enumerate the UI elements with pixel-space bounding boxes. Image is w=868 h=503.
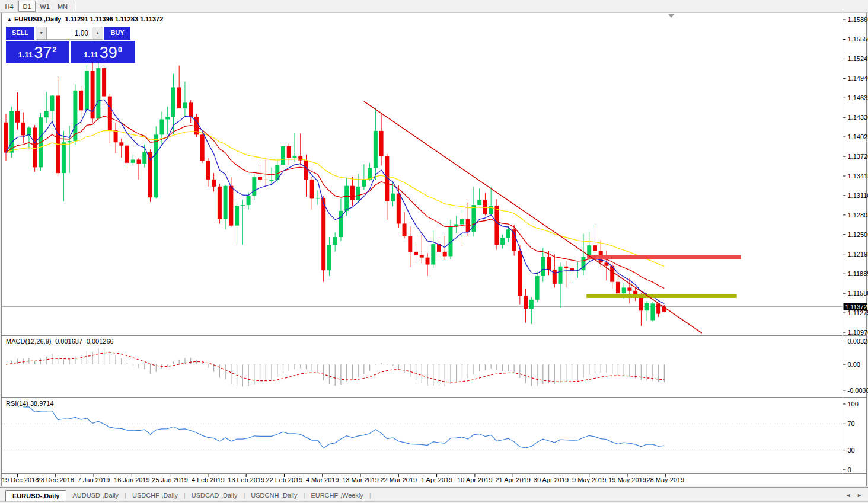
timeframe-d1-button[interactable]: D1 (18, 1, 36, 12)
ohlc-values: 1.11291 1.11396 1.11283 1.11372 (65, 15, 164, 23)
tab-scroll-right-icon[interactable]: ► (857, 492, 862, 498)
buy-button[interactable]: BUY (104, 27, 130, 40)
candle-body (333, 237, 337, 245)
candle-body (639, 298, 643, 311)
candle-body (114, 130, 118, 143)
candle-body (593, 245, 597, 251)
tab-eurchf-weekly[interactable]: EURCHF-,Weekly (305, 490, 369, 502)
price-tick-label: 1.12805 (848, 212, 868, 219)
candle-body (264, 180, 268, 180)
candle-body (489, 206, 493, 214)
date-tick-label: 19 May 2019 (608, 476, 646, 483)
candle-body (541, 257, 545, 276)
date-tick-label: 1 Apr 2019 (421, 476, 452, 483)
sell-price-big: 37 (34, 45, 52, 61)
candle-body (224, 186, 228, 219)
price-tick-label: 1.14330 (848, 114, 868, 121)
rsi-label: RSI(14) 38.9714 (6, 400, 54, 407)
candle-body (9, 111, 14, 152)
candle-body (235, 206, 239, 225)
candle-body (270, 180, 274, 181)
candle-body (616, 282, 620, 293)
candle-body (627, 287, 631, 290)
candle-body (344, 186, 349, 211)
price-tick-label: 1.13415 (848, 172, 868, 180)
candle-body (500, 238, 505, 245)
tab-usdcad-daily[interactable]: USDCAD-,Daily (186, 490, 244, 502)
candle-body (212, 180, 216, 187)
candle-body (645, 303, 649, 310)
candle-body (85, 71, 89, 110)
tab-usdcnh-daily[interactable]: USDCNH-,Daily (245, 490, 303, 502)
rsi-tick-label: 0 (848, 466, 851, 473)
candle-body (420, 255, 424, 257)
candle-body (356, 187, 360, 200)
tab-scroll-left-icon[interactable]: ◄ (845, 492, 851, 498)
candle-body (142, 152, 146, 164)
tab-eurusd-daily[interactable]: EURUSD-,Daily (5, 490, 66, 502)
candle-body (131, 159, 135, 162)
candle-body (477, 200, 481, 205)
price-tick-label: 1.10970 (848, 329, 868, 336)
price-tick-label: 1.14940 (848, 75, 868, 82)
sell-price-box[interactable]: 1.11372 (6, 41, 69, 63)
timeframe-mn-button[interactable]: MN (54, 1, 71, 12)
price-tick-label: 1.12195 (848, 251, 868, 258)
candle-body (241, 205, 245, 206)
date-tick-label: 30 Apr 2019 (534, 476, 569, 483)
candle-body (258, 177, 262, 180)
candle-body (397, 194, 401, 224)
sell-button[interactable]: SELL (6, 27, 34, 40)
macd-tick-label: -0.003659 (848, 387, 868, 394)
candle-body (350, 186, 355, 200)
volume-decrease-button[interactable]: ▼ (36, 27, 47, 40)
toolbar-divider (74, 2, 76, 11)
candle-body (189, 102, 193, 117)
date-tick-label: 28 May 2019 (647, 476, 685, 483)
candle-body (125, 146, 129, 163)
candle-body (159, 119, 164, 134)
candle-body (426, 258, 430, 265)
candle-body (15, 111, 20, 122)
candle-body (547, 257, 551, 270)
support-line[interactable] (586, 294, 736, 298)
candle-body (50, 95, 54, 111)
candle-body (119, 142, 123, 145)
tab-audusd-daily[interactable]: AUDUSD-,Daily (66, 490, 125, 502)
price-tick-label: 1.14635 (848, 94, 868, 101)
sell-price-prefix: 1.11 (18, 50, 33, 59)
macd-label: MACD(12,26,9) -0.001687 -0.001266 (6, 338, 114, 345)
volume-increase-button[interactable]: ▲ (92, 27, 103, 40)
buy-price-big: 39 (100, 45, 117, 61)
timeframe-h4-button[interactable]: H4 (1, 1, 18, 12)
candle-body (229, 186, 233, 226)
buy-price-prefix: 1.11 (84, 50, 98, 59)
candle-body (431, 244, 435, 265)
candle-body (518, 251, 522, 296)
tab-usdchf-daily[interactable]: USDCHF-,Daily (126, 490, 184, 502)
buy-price-box[interactable]: 1.11390 (71, 41, 135, 63)
resistance-line[interactable] (587, 255, 741, 259)
price-tick-label: 1.15860 (848, 16, 868, 23)
candle-body (408, 236, 412, 252)
candle-body (62, 142, 66, 173)
candle-body (68, 141, 72, 142)
date-tick-label: 9 May 2019 (572, 476, 606, 483)
candle-body (535, 276, 540, 300)
chart-tab-bar: EURUSD-,Daily AUDUSD-,Daily | USDCHF-,Da… (0, 487, 868, 502)
chart-title: ▲EURUSD-,Daily 1.11291 1.11396 1.11283 1… (7, 15, 163, 23)
candle-body (483, 200, 487, 214)
date-tick-label: 4 Feb 2019 (192, 476, 225, 483)
volume-input[interactable] (47, 27, 92, 40)
candle-body (177, 87, 181, 108)
date-tick-label: 13 Mar 2019 (342, 476, 379, 483)
tab-separator: | (369, 492, 371, 502)
candle-body (96, 68, 100, 118)
candle-body (154, 134, 158, 197)
timeframe-w1-button[interactable]: W1 (36, 1, 53, 12)
candle-body (200, 134, 205, 161)
price-tick-label: 1.14025 (848, 133, 868, 140)
candle-body (460, 219, 464, 225)
chart-canvas[interactable]: 1.158601.155501.152451.149401.146351.143… (0, 0, 868, 503)
one-click-trading-panel: SELL ▼ ▲ BUY 1.11372 1.11390 (6, 27, 135, 63)
